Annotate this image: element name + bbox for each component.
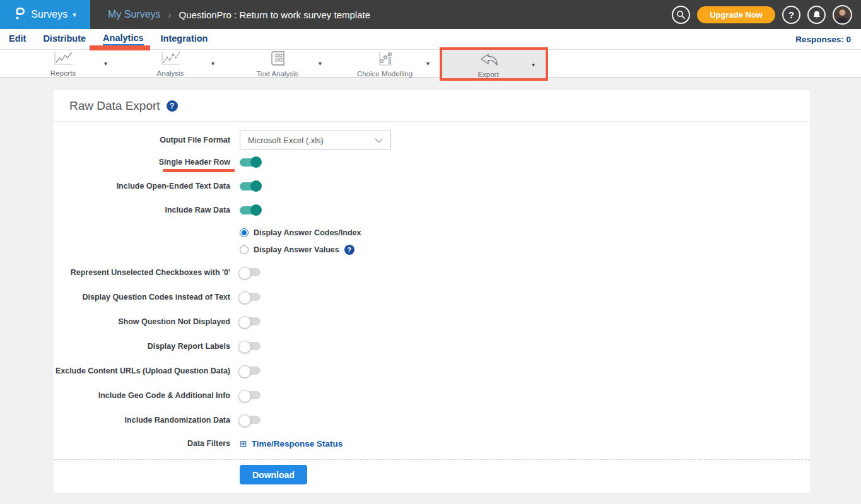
upgrade-now-button[interactable]: Upgrade Now: [697, 6, 775, 23]
tab-distribute[interactable]: Distribute: [43, 33, 86, 45]
chevron-down-icon: [375, 134, 383, 146]
question-not-displayed-label: Show Question Not Displayed: [54, 317, 230, 326]
toolbar-item-text-analysis[interactable]: Text Analysis: [233, 50, 322, 78]
report-labels-row: Display Report Labels: [54, 334, 810, 358]
responses-count: Responses: 0: [795, 35, 851, 44]
data-filters-row: Data Filters ⊞ Time/Response Status: [54, 432, 810, 455]
analysis-caret-down-icon[interactable]: ▾: [211, 60, 214, 67]
brand-label: Surveys: [31, 9, 67, 20]
top-header: Surveys ▾ My Surveys › QuestionPro : Ret…: [0, 0, 861, 29]
export-options-form: Output File Format Microsoft Excel (.xls…: [54, 122, 810, 484]
exclude-content-urls-toggle[interactable]: [240, 366, 261, 375]
reports-caret-down-icon[interactable]: ▾: [104, 60, 107, 67]
unselected-checkboxes-toggle[interactable]: [240, 268, 261, 276]
dashed-divider: [54, 459, 810, 460]
geo-code-row: Include Geo Code & Additional Info: [54, 383, 810, 407]
tab-edit[interactable]: Edit: [9, 33, 26, 45]
red-annotation-underline: [163, 169, 235, 172]
trend-chart-icon: [159, 50, 182, 69]
geo-code-toggle[interactable]: [240, 391, 261, 399]
toolbar-item-export[interactable]: Export: [447, 51, 529, 79]
question-codes-label: Display Question Codes instead of Text: [54, 293, 230, 302]
text-analysis-caret-down-icon[interactable]: ▾: [319, 60, 322, 67]
header-actions: Upgrade Now ?: [672, 5, 861, 25]
exclude-content-urls-label: Exclude Content URLs (Upload Question Da…: [54, 366, 230, 375]
geo-code-label: Include Geo Code & Additional Info: [54, 391, 230, 400]
unselected-checkboxes-row: Represent Unselected Checkboxes with '0': [54, 260, 810, 284]
search-icon: [676, 10, 686, 20]
toolbar-item-label: Export: [477, 71, 498, 78]
output-file-format-select[interactable]: Microsoft Excel (.xls): [240, 131, 391, 149]
answer-values-help-icon[interactable]: ?: [344, 245, 354, 255]
toolbar-item-label: Text Analysis: [257, 70, 298, 78]
output-file-format-value: Microsoft Excel (.xls): [248, 136, 375, 145]
panel-header: Raw Data Export ?: [54, 90, 810, 122]
raw-data-export-help-icon[interactable]: ?: [167, 100, 178, 112]
line-chart-icon: [52, 50, 74, 69]
analytics-toolbar: Reports ▾ Analysis ▾ Text Analysis ▾ Cho…: [0, 50, 861, 78]
tab-analytics[interactable]: Analytics: [103, 33, 143, 45]
include-raw-data-toggle[interactable]: [240, 206, 261, 214]
notifications-button[interactable]: [807, 6, 826, 24]
display-answer-codes-radio[interactable]: [240, 228, 249, 237]
data-filters-label: Data Filters: [54, 439, 230, 448]
randomization-data-label: Include Randomization Data: [54, 416, 230, 425]
randomization-data-row: Include Randomization Data: [54, 407, 810, 432]
include-open-ended-toggle[interactable]: [240, 182, 261, 190]
display-answer-values-label: Display Answer Values: [254, 245, 339, 254]
download-button[interactable]: Download: [240, 465, 307, 484]
question-not-displayed-toggle[interactable]: [240, 317, 261, 325]
randomization-data-toggle[interactable]: [240, 416, 261, 424]
red-annotation-bar-analytics: [90, 45, 150, 50]
single-header-row-row: Single Header Row: [54, 150, 810, 174]
display-answer-values-row: Display Answer Values ?: [240, 241, 810, 258]
caret-down-icon: ▾: [73, 11, 76, 19]
display-answer-values-radio[interactable]: [240, 245, 249, 254]
unselected-checkboxes-label: Represent Unselected Checkboxes with '0': [54, 268, 230, 277]
question-codes-row: Display Question Codes instead of Text: [54, 284, 810, 309]
single-header-row-toggle[interactable]: [240, 158, 261, 167]
include-open-ended-row: Include Open-Ended Text Data: [54, 174, 810, 198]
include-raw-data-label: Include Raw Data: [54, 206, 230, 214]
question-not-displayed-row: Show Question Not Displayed: [54, 309, 810, 334]
raw-data-export-panel: Raw Data Export ? Output File Format Mic…: [54, 90, 810, 493]
exclude-content-urls-row: Exclude Content URLs (Upload Question Da…: [54, 358, 810, 383]
toolbar-item-reports[interactable]: Reports: [19, 50, 107, 78]
report-labels-label: Display Report Labels: [54, 342, 230, 351]
include-raw-data-row: Include Raw Data: [54, 198, 810, 222]
toolbar-item-analysis[interactable]: Analysis: [126, 50, 214, 78]
page-title: Raw Data Export: [69, 99, 160, 113]
help-button[interactable]: ?: [782, 6, 800, 24]
breadcrumb: My Surveys › QuestionPro : Return to wor…: [108, 9, 370, 20]
choice-modelling-caret-down-icon[interactable]: ▾: [426, 60, 430, 67]
toolbar-item-choice-modelling[interactable]: Choice Modelling: [341, 50, 429, 78]
questionpro-logo-icon: [14, 6, 26, 23]
time-response-status-link[interactable]: ⊞ Time/Response Status: [240, 438, 343, 448]
time-response-status-label: Time/Response Status: [252, 439, 343, 448]
display-answer-codes-row: Display Answer Codes/Index: [240, 224, 810, 241]
breadcrumb-separator-icon: ›: [168, 9, 172, 20]
bell-icon: [812, 10, 821, 20]
toolbar-item-label: Choice Modelling: [357, 70, 413, 78]
single-header-row-label: Single Header Row: [54, 158, 230, 167]
export-arrow-icon: [477, 52, 499, 70]
export-caret-down-icon[interactable]: ▾: [532, 61, 535, 68]
surveys-menu[interactable]: Surveys ▾: [0, 0, 90, 29]
user-avatar[interactable]: [833, 5, 852, 25]
scatter-chart-icon: [375, 50, 395, 69]
survey-nav-tabs: Edit Distribute Analytics Integration Re…: [0, 29, 861, 50]
include-open-ended-label: Include Open-Ended Text Data: [54, 182, 230, 190]
breadcrumb-my-surveys[interactable]: My Surveys: [108, 9, 161, 20]
report-labels-toggle[interactable]: [240, 342, 261, 350]
toolbar-item-label: Analysis: [157, 69, 184, 77]
display-answer-codes-label: Display Answer Codes/Index: [254, 228, 361, 237]
output-file-format-label: Output File Format: [54, 136, 230, 144]
toolbar-item-label: Reports: [50, 69, 76, 77]
question-codes-toggle[interactable]: [240, 293, 261, 301]
search-button[interactable]: [672, 6, 690, 24]
survey-title: QuestionPro : Return to work survey temp…: [179, 9, 370, 20]
red-annotation-box-export: Export ▾: [440, 47, 548, 81]
expand-plus-icon: ⊞: [240, 438, 247, 448]
tab-integration[interactable]: Integration: [161, 33, 208, 45]
output-file-format-row: Output File Format Microsoft Excel (.xls…: [54, 130, 810, 150]
